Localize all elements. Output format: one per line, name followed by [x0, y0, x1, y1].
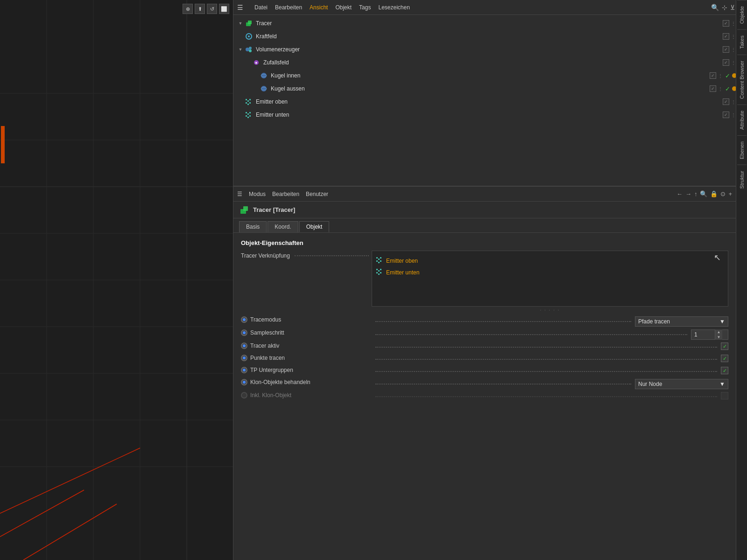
am-add-icon[interactable]: + [728, 190, 732, 197]
am-label-text-sampleschritt: Sampleschritt [250, 329, 284, 336]
om-row-emitter-oben[interactable]: Emitter oben ✓ ⋮ ✓ [233, 95, 747, 108]
up-btn[interactable]: ⬆ [195, 4, 205, 14]
om-row-tracer[interactable]: ▼ Tracer ✓ ⋮ ✓ [233, 17, 747, 30]
side-tab-attribute[interactable]: Attribute [737, 105, 747, 135]
svg-rect-52 [380, 269, 381, 270]
om-check1-kraftfeld[interactable]: ✓ [723, 33, 729, 40]
am-radio-tp-untergruppen[interactable] [241, 367, 247, 373]
om-name-tracer: Tracer [256, 20, 723, 27]
side-tab-objekte[interactable]: Objekte [737, 0, 747, 29]
am-checkbox-tp-untergruppen[interactable] [721, 367, 728, 374]
am-up-icon[interactable]: ↑ [694, 190, 698, 197]
om-check1-zufallsfeld[interactable]: ✓ [723, 59, 729, 66]
am-dropdown-tracemodus[interactable]: Pfade tracen ▼ [635, 316, 728, 327]
am-checkbox-punkte-tracen[interactable] [721, 355, 728, 362]
om-hamburger-icon[interactable]: ☰ [237, 4, 243, 11]
am-cursor-icon[interactable]: ↖ [714, 252, 721, 263]
om-row-zufallsfeld[interactable]: ✦ Zufallsfeld ✓ ⋮ ✓ [233, 56, 747, 69]
am-search-icon[interactable]: 🔍 [700, 190, 707, 197]
am-radio-sampleschritt[interactable] [241, 329, 247, 336]
side-tab-takes[interactable]: Takes [737, 29, 747, 55]
am-number-input-sampleschritt[interactable] [691, 331, 715, 338]
am-radio-inkl-klon[interactable] [241, 392, 247, 399]
am-link-area[interactable]: Emitter oben [372, 251, 728, 307]
om-menu-lesezeichen[interactable]: Lesezeichen [378, 4, 409, 11]
om-check1-tracer[interactable]: ✓ [723, 20, 729, 27]
om-menu-objekt[interactable]: Objekt [335, 4, 352, 11]
am-radio-tracer-aktiv[interactable] [241, 343, 247, 349]
am-field-tracemodus: Tracemodus Pfade tracen ▼ [233, 315, 736, 328]
am-tab-koord[interactable]: Koord. [268, 221, 298, 232]
side-tab-struktur[interactable]: Struktur [737, 165, 747, 195]
am-circle-icon[interactable]: ⊙ [720, 190, 726, 197]
am-back-icon[interactable]: ← [677, 190, 683, 197]
am-radio-klon-objekte[interactable] [241, 379, 247, 385]
am-value-sampleschritt: ▲ ▼ [691, 329, 728, 340]
am-value-punkte-tracen [721, 355, 728, 362]
svg-rect-36 [246, 115, 247, 117]
om-expand-volumenerzeuger[interactable]: ▼ [237, 46, 244, 53]
om-icon-kugel-aussen [260, 84, 268, 93]
am-label-tracer-verknuepfung: Tracer Verknüpfung [241, 252, 372, 259]
om-row-volumenerzeuger[interactable]: ▼ Volumenerzeuger ✓ ⋮ ✓ [233, 43, 747, 56]
svg-rect-43 [243, 206, 248, 211]
om-search-icon[interactable]: 🔍 [711, 4, 719, 11]
am-radio-punkte-tracen[interactable] [241, 355, 247, 361]
am-menu-bearbeiten[interactable]: Bearbeiten [272, 191, 299, 197]
frame-btn[interactable]: ⬜ [219, 4, 229, 14]
am-tab-objekt[interactable]: Objekt [299, 221, 330, 232]
om-check1-volumenerzeuger[interactable]: ✓ [723, 46, 729, 53]
om-menu-tags[interactable]: Tags [359, 4, 371, 11]
am-value-inkl-klon [721, 392, 728, 399]
om-dots-kugel-innen: ⋮ [718, 73, 723, 78]
om-name-zufallsfeld: Zufallsfeld [263, 59, 723, 66]
am-menu-benutzer[interactable]: Benutzer [306, 191, 328, 197]
am-checkbox-tracer-aktiv[interactable] [721, 343, 728, 350]
om-check1-emitter-oben[interactable]: ✓ [723, 98, 729, 105]
om-menu-bearbeiten[interactable]: Bearbeiten [275, 4, 302, 11]
om-expand-zufallsfeld [245, 59, 251, 66]
viewport[interactable]: ⊕ ⬆ ↺ ⬜ [0, 0, 233, 560]
svg-rect-51 [378, 270, 380, 272]
rotate-btn[interactable]: ↺ [207, 4, 217, 14]
side-tab-content-browser[interactable]: Content Browser [737, 55, 747, 105]
om-menu-ansicht[interactable]: Ansicht [310, 4, 328, 11]
am-value-tp-untergruppen [721, 367, 728, 374]
om-check1-emitter-unten[interactable]: ✓ [723, 112, 729, 118]
am-label-sampleschritt: Sampleschritt [241, 329, 372, 336]
am-dropdown-klon-objekte[interactable]: Nur Node ▼ [635, 379, 728, 389]
om-check1-kugel-innen[interactable]: ✓ [710, 72, 716, 79]
am-link-row-emitter-unten: Emitter unten [376, 266, 724, 278]
am-arrow-up-sampleschritt[interactable]: ▲ [715, 329, 722, 335]
svg-rect-53 [380, 272, 381, 273]
am-checkbox-inkl-klon[interactable] [721, 392, 728, 399]
om-check1-kugel-aussen[interactable]: ✓ [710, 85, 716, 92]
om-name-emitter-oben: Emitter oben [256, 98, 723, 105]
svg-rect-41 [247, 117, 249, 118]
move-tool-btn[interactable]: ⊕ [183, 4, 193, 14]
am-hamburger-icon[interactable]: ☰ [237, 191, 242, 197]
om-row-emitter-unten[interactable]: Emitter unten ✓ ⋮ ✓ [233, 108, 747, 121]
am-lock-icon[interactable]: 🔒 [710, 190, 718, 197]
svg-rect-34 [246, 99, 247, 100]
om-expand-tracer[interactable]: ▼ [237, 20, 244, 27]
am-radio-tracemodus[interactable] [241, 316, 247, 323]
am-label-text-tp-untergruppen: TP Untergruppen [250, 367, 293, 373]
am-resize-dots: · · · · · [372, 307, 728, 314]
om-menu-datei[interactable]: Datei [254, 4, 268, 11]
am-tab-basis[interactable]: Basis [239, 221, 267, 232]
om-funnel-icon[interactable]: ⊻ [730, 4, 735, 11]
am-arrow-down-sampleschritt[interactable]: ▼ [715, 335, 722, 340]
om-row-kugel-aussen[interactable]: Kugel aussen ✓ ⋮ ✓ [233, 82, 747, 95]
am-number-sampleschritt[interactable]: ▲ ▼ [691, 329, 728, 340]
svg-rect-45 [378, 259, 380, 260]
svg-line-14 [0, 448, 140, 513]
am-menu-modus[interactable]: Modus [249, 191, 266, 197]
side-tab-ebenen[interactable]: Ebenen [737, 135, 747, 165]
am-forward-icon[interactable]: → [685, 190, 691, 197]
om-row-kraftfeld[interactable]: Kraftfeld ✓ ⋮ ✓ [233, 30, 747, 43]
om-row-kugel-innen[interactable]: Kugel innen ✓ ⋮ ✓ [233, 69, 747, 82]
om-icon-kraftfeld [245, 32, 253, 41]
om-name-kraftfeld: Kraftfeld [256, 33, 723, 40]
om-filter-icon[interactable]: ⊹ [722, 4, 727, 11]
